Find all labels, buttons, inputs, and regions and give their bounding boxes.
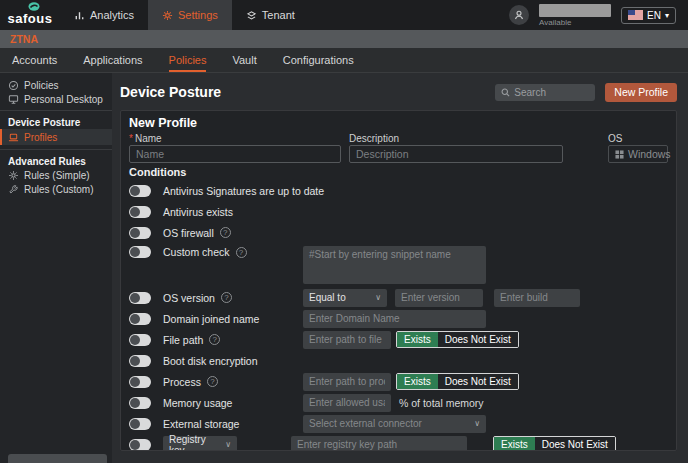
- gear-icon: [8, 170, 19, 181]
- tab-vault[interactable]: Vault: [232, 48, 256, 72]
- search-input[interactable]: [514, 87, 584, 98]
- windows-icon: [615, 150, 624, 159]
- condition-row-external-storage: External storage Select external connect…: [129, 413, 668, 434]
- domain-name-input[interactable]: [303, 310, 486, 328]
- tab-policies[interactable]: Policies: [169, 48, 207, 72]
- registry-exists-segment: Exists Does Not Exist: [493, 436, 616, 451]
- os-firewall-toggle[interactable]: [129, 227, 151, 239]
- sidebar-item-personal-desktop[interactable]: Personal Desktop: [0, 92, 112, 106]
- custom-check-toggle[interactable]: [129, 246, 151, 258]
- profile-fields-row: *Name Description OS Windows: [129, 133, 668, 163]
- does-not-exist-button[interactable]: Does Not Exist: [438, 332, 518, 347]
- gear-icon: [162, 10, 173, 21]
- sidebar-section-label: Device Posture: [8, 117, 80, 128]
- search-box[interactable]: [495, 84, 595, 101]
- us-flag-icon: [628, 10, 643, 20]
- tab-configurations[interactable]: Configurations: [283, 48, 354, 72]
- help-icon[interactable]: ?: [221, 292, 232, 303]
- connector-placeholder: Select external connector: [309, 418, 422, 429]
- does-not-exist-button[interactable]: Does Not Exist: [535, 437, 615, 451]
- condition-row-custom-check: Custom check ?: [129, 243, 668, 287]
- registry-type-select[interactable]: Registry key ∨: [163, 436, 237, 452]
- registry-key-toggle[interactable]: [129, 439, 151, 451]
- sidebar-item-rules-custom[interactable]: Rules (Custom): [0, 182, 112, 196]
- file-path-toggle[interactable]: [129, 334, 151, 346]
- nav-tab-label: Tenant: [262, 9, 295, 21]
- top-right-area: Available EN ▾: [509, 0, 688, 30]
- sidebar-section-device-posture: Device Posture: [0, 115, 112, 129]
- sidebar-section-label: Advanced Rules: [8, 156, 86, 167]
- help-icon[interactable]: ?: [207, 376, 218, 387]
- domain-joined-toggle[interactable]: [129, 313, 151, 325]
- process-toggle[interactable]: [129, 376, 151, 388]
- brand-logo-icon: [28, 2, 40, 11]
- name-label: *Name: [129, 133, 341, 145]
- nav-tab-settings[interactable]: Settings: [148, 0, 232, 30]
- name-field[interactable]: [129, 145, 341, 163]
- memory-usage-input[interactable]: [303, 394, 391, 412]
- sidebar-item-label: Policies: [24, 80, 58, 91]
- toggle-knob: [130, 207, 140, 217]
- file-exists-segment: Exists Does Not Exist: [396, 331, 519, 348]
- nav-tab-label: Analytics: [90, 9, 134, 21]
- check-circle-icon: [8, 80, 19, 91]
- conditions-title: Conditions: [129, 166, 668, 180]
- toggle-knob: [130, 440, 140, 450]
- version-input[interactable]: [395, 289, 483, 307]
- chevron-down-icon: ∨: [474, 419, 480, 428]
- process-path-input[interactable]: [303, 373, 391, 391]
- language-label: EN: [647, 10, 661, 21]
- tab-applications[interactable]: Applications: [83, 48, 142, 72]
- tab-accounts[interactable]: Accounts: [12, 48, 57, 72]
- sidebar-item-label: Rules (Simple): [24, 170, 90, 181]
- main-header: Device Posture New Profile: [120, 80, 677, 104]
- help-icon[interactable]: ?: [209, 334, 220, 345]
- user-avatar[interactable]: [509, 5, 529, 25]
- page-title: Device Posture: [120, 84, 221, 100]
- description-field[interactable]: [349, 145, 563, 163]
- memory-usage-toggle[interactable]: [129, 397, 151, 409]
- os-select[interactable]: Windows: [608, 145, 668, 163]
- condition-row-antivirus-signatures: Antivirus Signatures are up to date: [129, 180, 668, 201]
- help-icon[interactable]: ?: [220, 227, 231, 238]
- condition-label: Antivirus exists: [163, 206, 233, 218]
- nav-tab-analytics[interactable]: Analytics: [60, 0, 148, 30]
- external-connector-select[interactable]: Select external connector ∨: [303, 415, 486, 433]
- language-selector[interactable]: EN ▾: [621, 7, 676, 24]
- condition-label: OS firewall: [163, 227, 214, 239]
- condition-row-file-path: File path ? Exists Does Not Exist: [129, 329, 668, 350]
- brand-logo[interactable]: safous: [0, 0, 60, 30]
- condition-label: OS version: [163, 292, 215, 304]
- user-menu[interactable]: Available: [539, 4, 611, 27]
- antivirus-exists-toggle[interactable]: [129, 206, 151, 218]
- does-not-exist-button[interactable]: Does Not Exist: [438, 374, 518, 389]
- snippet-textarea[interactable]: [303, 246, 486, 284]
- os-version-toggle[interactable]: [129, 292, 151, 304]
- condition-row-os-firewall: OS firewall ?: [129, 222, 668, 243]
- antivirus-signatures-toggle[interactable]: [129, 185, 151, 197]
- exists-button[interactable]: Exists: [397, 374, 438, 389]
- condition-label: Antivirus Signatures are up to date: [163, 185, 324, 197]
- os-label: OS: [608, 133, 668, 145]
- sidebar-item-profiles[interactable]: Profiles: [0, 129, 112, 145]
- build-input[interactable]: [494, 289, 580, 307]
- boot-disk-toggle[interactable]: [129, 355, 151, 367]
- new-profile-button[interactable]: New Profile: [605, 83, 677, 102]
- sidebar-item-rules-simple[interactable]: Rules (Simple): [0, 168, 112, 182]
- tab-label: Policies: [169, 54, 207, 66]
- condition-label: Memory usage: [163, 397, 232, 409]
- nav-tab-tenant[interactable]: Tenant: [232, 0, 309, 30]
- file-path-input[interactable]: [303, 331, 391, 349]
- exists-button[interactable]: Exists: [397, 332, 438, 347]
- process-exists-segment: Exists Does Not Exist: [396, 373, 519, 390]
- new-profile-card: New Profile *Name Description OS: [120, 110, 677, 451]
- exists-button[interactable]: Exists: [494, 437, 535, 451]
- external-storage-toggle[interactable]: [129, 418, 151, 430]
- sidebar-item-policies[interactable]: Policies: [0, 78, 112, 92]
- section-tabs: Accounts Applications Policies Vault Con…: [0, 48, 688, 73]
- help-icon[interactable]: ?: [236, 247, 247, 258]
- registry-path-input[interactable]: [291, 436, 467, 452]
- condition-label: Boot disk encryption: [163, 355, 258, 367]
- condition-label: External storage: [163, 418, 239, 430]
- version-operator-select[interactable]: Equal to ∨: [303, 289, 387, 307]
